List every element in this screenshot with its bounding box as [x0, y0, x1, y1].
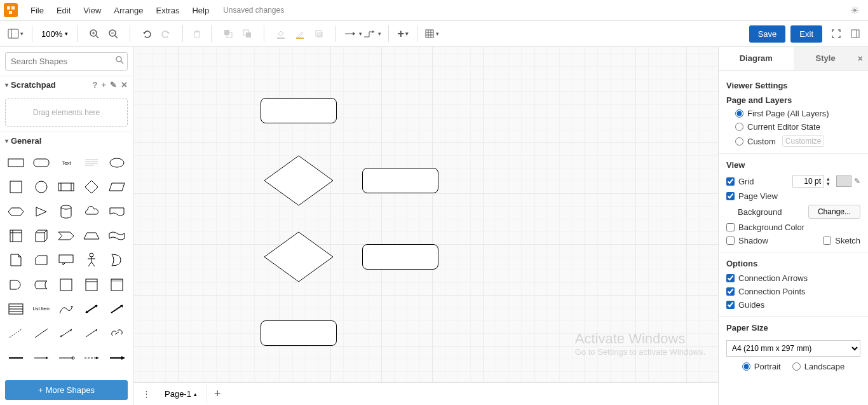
shape-rounded-rect[interactable] — [29, 153, 53, 172]
menu-help[interactable]: Help — [186, 3, 215, 18]
paper-size-select[interactable]: A4 (210 mm x 297 mm) — [726, 340, 860, 357]
shape-diamond[interactable] — [79, 177, 104, 196]
check-conn-points[interactable]: Connection Points — [726, 287, 860, 296]
shape-conn-3[interactable] — [55, 348, 79, 367]
shape-conn-2[interactable] — [29, 348, 53, 367]
shape-list-item[interactable]: List Item — [29, 299, 53, 319]
to-back-button[interactable] — [238, 25, 256, 43]
grid-size-input[interactable] — [792, 175, 824, 188]
canvas[interactable]: Activate Windows Go to Settings to activ… — [133, 47, 718, 382]
canvas-shape-diamond-1[interactable] — [264, 155, 334, 206]
close-panel-icon[interactable]: × — [858, 53, 863, 64]
shape-bidir-thin[interactable] — [55, 324, 79, 343]
shape-ellipse[interactable] — [105, 153, 129, 172]
search-icon[interactable] — [115, 55, 124, 67]
radio-portrait[interactable]: Portrait — [742, 362, 781, 371]
general-header[interactable]: ▾ General — [0, 132, 133, 149]
menu-arrange[interactable]: Arrange — [107, 3, 149, 18]
check-page-view[interactable]: Page View — [726, 191, 860, 201]
shape-cylinder[interactable] — [55, 202, 79, 221]
shape-container[interactable] — [55, 275, 79, 294]
zoom-dropdown[interactable]: 100% ▾ — [37, 27, 72, 41]
shadow-button[interactable] — [310, 25, 328, 43]
shape-square[interactable] — [4, 177, 28, 196]
waypoint-style-button[interactable]: ▾ — [363, 25, 381, 43]
canvas-shape-rect-3[interactable] — [362, 244, 438, 270]
check-background-color[interactable]: Background Color — [726, 223, 860, 232]
check-grid[interactable]: Grid — [726, 177, 754, 186]
shape-tape[interactable] — [105, 226, 129, 245]
zoom-out-button[interactable] — [104, 25, 122, 43]
customize-link[interactable]: Customize — [782, 135, 825, 147]
tab-diagram[interactable]: Diagram — [719, 47, 794, 70]
stepper-icon[interactable]: ▴▾ — [827, 176, 830, 186]
fullscreen-button[interactable] — [827, 25, 845, 43]
shape-card[interactable] — [29, 251, 53, 270]
menu-edit[interactable]: Edit — [50, 3, 77, 18]
shape-container-titled[interactable] — [79, 275, 104, 294]
shape-rectangle[interactable] — [4, 153, 28, 172]
app-logo[interactable] — [4, 3, 18, 17]
change-background-button[interactable]: Change... — [808, 205, 860, 219]
shape-document[interactable] — [105, 202, 129, 221]
insert-button[interactable]: +▾ — [394, 25, 412, 43]
check-guides[interactable]: Guides — [726, 300, 860, 310]
shape-or[interactable] — [105, 251, 129, 270]
shape-dashed-line[interactable] — [4, 324, 28, 343]
shape-arrow[interactable] — [105, 299, 129, 319]
search-shapes-input[interactable] — [5, 52, 128, 71]
shape-container-window[interactable] — [105, 275, 129, 294]
add-page-button[interactable]: + — [207, 387, 229, 401]
check-shadow[interactable]: Shadow — [726, 236, 768, 245]
shape-actor[interactable] — [79, 251, 104, 270]
shape-line[interactable] — [29, 324, 53, 343]
radio-landscape[interactable]: Landscape — [792, 362, 845, 371]
redo-button[interactable] — [157, 25, 175, 43]
zoom-in-button[interactable] — [85, 25, 103, 43]
shape-link[interactable] — [105, 324, 129, 343]
undo-button[interactable] — [138, 25, 156, 43]
menu-extras[interactable]: Extras — [150, 3, 186, 18]
table-button[interactable]: ▾ — [423, 25, 440, 43]
save-button[interactable]: Save — [749, 25, 786, 43]
edit-grid-color-icon[interactable]: ✎ — [854, 177, 860, 186]
help-icon[interactable]: ? — [92, 80, 97, 90]
shape-cube[interactable] — [29, 226, 53, 245]
theme-toggle-icon[interactable]: ☀ — [845, 4, 864, 17]
canvas-shape-diamond-2[interactable] — [264, 231, 334, 282]
scratchpad-header[interactable]: ▾ Scratchpad ? + ✎ ✕ — [0, 76, 133, 93]
more-shapes-button[interactable]: +More Shapes — [5, 380, 128, 400]
pages-menu-button[interactable]: ⋮ — [137, 389, 156, 399]
shape-process[interactable] — [55, 177, 79, 196]
scratchpad-dropzone[interactable]: Drag elements here — [5, 99, 128, 127]
shape-parallelogram[interactable] — [105, 177, 129, 196]
shape-conn-5[interactable] — [105, 348, 129, 367]
shape-and[interactable] — [4, 275, 28, 294]
shape-step[interactable] — [55, 226, 79, 245]
shape-curve[interactable] — [55, 299, 79, 319]
page-tab-1[interactable]: Page-1 ▴ — [156, 384, 207, 404]
shape-conn-1[interactable] — [4, 348, 28, 367]
check-sketch[interactable]: Sketch — [823, 236, 860, 245]
add-scratch-icon[interactable]: + — [101, 80, 106, 90]
sidebar-toggle-button[interactable]: ▾ — [6, 25, 24, 43]
shape-circle[interactable] — [29, 177, 53, 196]
close-scratch-icon[interactable]: ✕ — [121, 80, 128, 90]
shape-textbox[interactable] — [79, 153, 104, 172]
radio-first-page[interactable]: First Page (All Layers) — [735, 109, 860, 118]
shape-triangle[interactable] — [29, 202, 53, 221]
shape-callout[interactable] — [55, 251, 79, 270]
shape-list[interactable] — [4, 299, 28, 319]
shape-data-storage[interactable] — [29, 275, 53, 294]
tab-style[interactable]: Style × — [794, 47, 869, 70]
canvas-shape-rect-1[interactable] — [261, 98, 337, 123]
to-front-button[interactable] — [219, 25, 237, 43]
exit-button[interactable]: Exit — [790, 25, 822, 43]
edit-scratch-icon[interactable]: ✎ — [110, 80, 117, 90]
shape-trapezoid[interactable] — [79, 226, 104, 245]
menu-file[interactable]: File — [24, 3, 50, 18]
line-color-button[interactable] — [291, 25, 309, 43]
shape-thin-arrow[interactable] — [79, 324, 104, 343]
connection-style-button[interactable]: ▾ — [344, 25, 362, 43]
format-panel-toggle[interactable] — [846, 25, 864, 43]
